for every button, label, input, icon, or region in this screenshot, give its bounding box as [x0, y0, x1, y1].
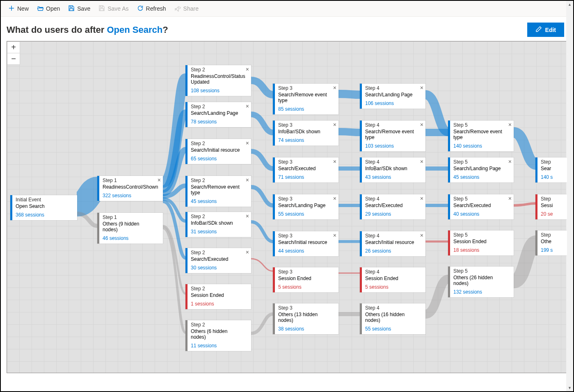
- node-s5d[interactable]: Step 5Session Ended18 sessions: [448, 230, 514, 255]
- node-name: InfoBar/SDk shown: [278, 129, 329, 135]
- node-s4f[interactable]: Step 4Session Ended5 sessions: [360, 267, 425, 292]
- node-step: Step 5: [453, 268, 504, 274]
- close-icon[interactable]: ×: [420, 159, 423, 164]
- node-s5c[interactable]: ×Step 5Search/Executed40 sessions: [448, 194, 514, 219]
- title-accent: Open Search: [107, 25, 162, 35]
- node-s6a[interactable]: StepSear140 s: [535, 157, 567, 182]
- close-icon[interactable]: ×: [246, 213, 249, 219]
- node-sessions: 45 sessions: [453, 174, 504, 180]
- zoom-in-button[interactable]: +: [7, 42, 20, 53]
- close-icon[interactable]: ×: [333, 122, 336, 128]
- close-icon[interactable]: ×: [333, 196, 336, 201]
- node-name: Session Ended: [278, 276, 329, 282]
- node-step: Step 2: [191, 67, 241, 73]
- share-label: Share: [183, 5, 199, 12]
- node-s3a[interactable]: ×Step 3Search/Remove event type85 sessio…: [273, 84, 338, 114]
- refresh-button[interactable]: Refresh: [134, 3, 169, 14]
- node-s6c[interactable]: StepOthe199 s: [535, 230, 567, 255]
- node-sessions: 106 sessions: [365, 100, 416, 106]
- node-s4d[interactable]: ×Step 4Search/Executed29 sessions: [360, 194, 425, 219]
- node-name: Session Ended: [453, 239, 504, 245]
- node-s3g[interactable]: Step 3Others (13 hidden nodes)38 session…: [273, 303, 338, 334]
- node-s2g[interactable]: Step 2Session Ended1 sessions: [185, 284, 251, 309]
- node-s3d[interactable]: ×Step 3Search/Landing Page55 sessions: [273, 194, 338, 219]
- node-s6b[interactable]: StepSessi20 se: [535, 194, 567, 219]
- close-icon[interactable]: ×: [246, 249, 249, 255]
- node-s4b[interactable]: ×Step 4Search/Remove event type103 sessi…: [360, 121, 425, 151]
- close-icon[interactable]: ×: [420, 122, 423, 128]
- node-step: Step 3: [278, 233, 329, 239]
- node-step: Step 5: [453, 196, 504, 202]
- node-initial[interactable]: Initial Event Open Search 368 sessions: [10, 195, 77, 220]
- node-name: Search/Landing Page: [453, 166, 504, 172]
- share-icon: [174, 5, 181, 13]
- node-s2a[interactable]: ×Step 2ReadinessControl/Status Updated10…: [185, 65, 251, 96]
- close-icon[interactable]: ×: [246, 140, 249, 146]
- node-name: Search/Landing Page: [278, 203, 329, 209]
- node-s3e[interactable]: ×Step 3Search/Initial resource44 session…: [273, 231, 338, 256]
- open-label: Open: [46, 5, 60, 12]
- node-step: Step 3: [278, 159, 329, 165]
- node-name: Others (6 hidden nodes): [191, 329, 241, 340]
- new-button[interactable]: New: [5, 3, 32, 14]
- node-sessions: 65 sessions: [191, 156, 241, 162]
- close-icon[interactable]: ×: [508, 196, 512, 201]
- save-button[interactable]: Save: [65, 3, 94, 14]
- node-step: Step 4: [365, 269, 416, 275]
- close-icon[interactable]: ×: [246, 66, 249, 72]
- node-sessions: 108 sessions: [191, 88, 241, 93]
- close-icon[interactable]: ×: [420, 85, 423, 91]
- scroll-down-icon[interactable]: ▼: [566, 384, 573, 391]
- node-sessions: 20 se: [541, 211, 565, 217]
- node-sessions: 45 sessions: [191, 198, 241, 204]
- node-sessions: 74 sessions: [278, 137, 329, 143]
- node-step: Step 3: [278, 85, 329, 91]
- node-s1a[interactable]: × Step 1 ReadinessControl/Shown 322 sess…: [97, 176, 163, 201]
- node-s5e[interactable]: Step 5Others (26 hidden nodes)132 sessio…: [448, 267, 514, 297]
- node-sessions: 46 sessions: [103, 235, 153, 241]
- close-icon[interactable]: ×: [508, 122, 512, 128]
- node-s4a[interactable]: ×Step 4Search/Landing Page106 sessions: [360, 84, 425, 109]
- close-icon[interactable]: ×: [246, 177, 249, 183]
- node-name: Search/Remove event type: [365, 129, 416, 141]
- close-icon[interactable]: ×: [508, 159, 512, 164]
- close-icon[interactable]: ×: [158, 177, 161, 183]
- node-s2e[interactable]: ×Step 2InfoBar/SDk shown31 sessions: [185, 212, 251, 237]
- node-s2c[interactable]: ×Step 2Search/Initial resource65 session…: [185, 139, 251, 164]
- node-s3b[interactable]: ×Step 3InfoBar/SDk shown74 sessions: [273, 121, 338, 146]
- node-step: Step 5: [453, 122, 504, 128]
- close-icon[interactable]: ×: [420, 196, 423, 201]
- close-icon[interactable]: ×: [420, 232, 423, 238]
- node-s5b[interactable]: ×Step 5Search/Landing Page45 sessions: [448, 157, 514, 182]
- close-icon[interactable]: ×: [333, 232, 336, 238]
- node-name: Search/Executed: [191, 257, 241, 262]
- node-s3c[interactable]: ×Step 3Search/Executed71 sessions: [273, 157, 338, 182]
- open-button[interactable]: Open: [34, 3, 63, 14]
- close-icon[interactable]: ×: [333, 85, 336, 91]
- close-icon[interactable]: ×: [246, 103, 249, 109]
- node-s2d[interactable]: ×Step 2Search/Remove event type45 sessio…: [185, 176, 251, 207]
- node-s1b[interactable]: Step 1 Others (9 hidden nodes) 46 sessio…: [97, 213, 163, 244]
- node-sessions: 26 sessions: [365, 248, 416, 254]
- node-s2f[interactable]: ×Step 2Search/Executed30 sessions: [185, 248, 251, 273]
- node-s3f[interactable]: Step 3Session Ended5 sessions: [273, 267, 338, 292]
- zoom-out-button[interactable]: −: [7, 53, 20, 64]
- node-s2b[interactable]: ×Step 2Search/Landing Page78 sessions: [185, 102, 251, 127]
- node-s4e[interactable]: ×Step 4Search/Initial resource26 session…: [360, 231, 425, 256]
- node-step: Step 4: [365, 159, 416, 165]
- node-sessions: 38 sessions: [278, 326, 329, 332]
- node-s4c[interactable]: ×Step 4InfoBar/SDk shown43 sessions: [360, 157, 425, 182]
- node-sessions: 85 sessions: [278, 106, 329, 112]
- node-step: Step 3: [278, 305, 329, 311]
- scroll-up-icon[interactable]: ▲: [566, 1, 573, 8]
- node-step: Step 2: [191, 286, 241, 292]
- edit-button[interactable]: Edit: [527, 23, 564, 37]
- node-s5a[interactable]: ×Step 5Search/Remove event type140 sessi…: [448, 121, 514, 151]
- node-s2h[interactable]: Step 2Others (6 hidden nodes)11 sessions: [185, 320, 251, 351]
- node-s4g[interactable]: Step 4Others (16 hidden nodes)55 session…: [360, 303, 425, 334]
- node-step: Step 4: [365, 305, 416, 311]
- node-sessions: 55 sessions: [278, 211, 329, 217]
- vertical-scrollbar[interactable]: ▲ ▼: [566, 1, 573, 391]
- close-icon[interactable]: ×: [333, 159, 336, 164]
- flow-canvas[interactable]: + −: [7, 41, 567, 373]
